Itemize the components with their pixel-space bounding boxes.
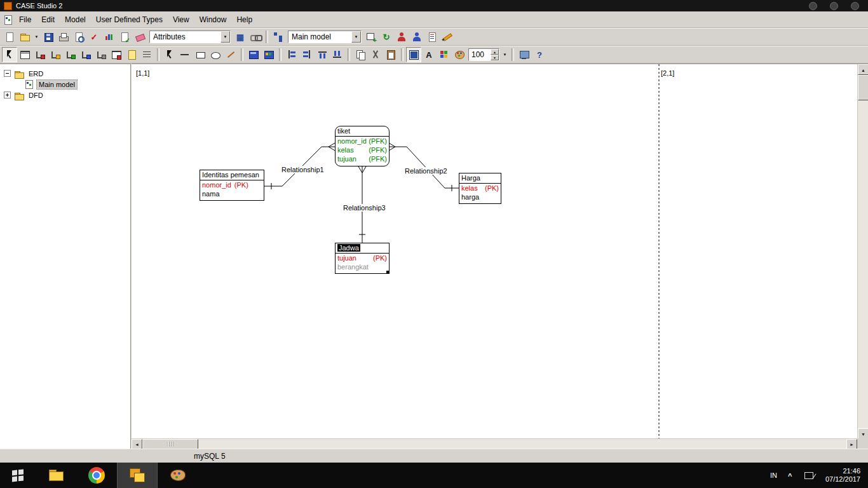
- menu-edit[interactable]: Edit: [36, 13, 60, 26]
- generate-script-button[interactable]: [117, 29, 132, 44]
- paste-button[interactable]: [383, 47, 398, 62]
- add-submodel-button[interactable]: [363, 29, 379, 44]
- recursive-relationship-tool-button[interactable]: [93, 47, 109, 62]
- maximize-button[interactable]: [830, 2, 838, 10]
- eraser-button[interactable]: [132, 29, 147, 44]
- scroll-right-button[interactable]: [846, 439, 857, 449]
- hidden-icons-chevron[interactable]: [787, 471, 794, 480]
- display-format-button[interactable]: [261, 47, 276, 62]
- cut-button[interactable]: [368, 47, 383, 62]
- tablet-display-icon[interactable]: [804, 470, 815, 481]
- scroll-down-button[interactable]: [858, 428, 868, 439]
- close-button[interactable]: [851, 2, 859, 10]
- entity-tiket[interactable]: tiketnomor_id(PFK)kelas(PFK)tujuan(PFK): [335, 126, 390, 166]
- taskbar-chrome[interactable]: [76, 463, 117, 488]
- display-mode-button[interactable]: [246, 47, 261, 62]
- tree-item-erd[interactable]: ERD: [0, 68, 130, 79]
- menu-model[interactable]: Model: [60, 13, 91, 26]
- menu-help[interactable]: Help: [231, 13, 257, 26]
- label-tool-button[interactable]: [124, 47, 139, 62]
- reports-button[interactable]: [424, 29, 440, 44]
- menu-file[interactable]: File: [14, 13, 36, 26]
- pen-tool-button[interactable]: [223, 47, 238, 62]
- tree-expander-minus[interactable]: [4, 70, 11, 77]
- font-button[interactable]: [421, 47, 437, 62]
- horizontal-scrollbar[interactable]: [132, 438, 857, 449]
- line-tool-button[interactable]: [177, 47, 193, 62]
- minimize-button[interactable]: [809, 2, 817, 10]
- model-overview-button[interactable]: [271, 29, 286, 44]
- taskbar-clock[interactable]: 21:46 07/12/2017: [825, 467, 860, 484]
- vertical-scrollbar[interactable]: [857, 64, 868, 439]
- tree-item-dfd[interactable]: DFD: [0, 90, 130, 100]
- model-statistics-button[interactable]: [102, 29, 117, 44]
- attributes-combo[interactable]: Attributes: [149, 30, 231, 43]
- entity-harga[interactable]: Hargakelas(PK)harga: [459, 173, 501, 204]
- zoom-control-increase[interactable]: [491, 49, 499, 55]
- ellipse-tool-button[interactable]: [208, 47, 223, 62]
- relationship-label[interactable]: Relationship2: [404, 167, 448, 175]
- align-left-button[interactable]: [284, 47, 299, 62]
- informative-relationship-tool-button[interactable]: [78, 47, 93, 62]
- color-settings-button[interactable]: [437, 47, 452, 62]
- align-right-button[interactable]: [299, 47, 315, 62]
- refresh-model-button[interactable]: [379, 29, 394, 44]
- entity-title-row: Harga: [459, 173, 501, 184]
- pointer-tool-button[interactable]: [162, 47, 177, 62]
- menu-view[interactable]: View: [168, 13, 194, 26]
- category-tool-button[interactable]: [109, 47, 124, 62]
- new-model-button[interactable]: [2, 29, 17, 44]
- relationship-tool-button[interactable]: [32, 47, 48, 62]
- format-mode-button[interactable]: [406, 47, 421, 62]
- save-model-button[interactable]: [41, 29, 56, 44]
- user-manager-button[interactable]: [394, 29, 409, 44]
- identifying-relationship-tool-button[interactable]: [63, 47, 78, 62]
- copy-button[interactable]: [353, 47, 368, 62]
- taskbar-file-explorer[interactable]: [36, 463, 76, 488]
- tree-item-main-model[interactable]: Main model: [0, 79, 130, 90]
- edit-script-button[interactable]: [440, 29, 455, 44]
- menu-user-defined-types[interactable]: User Defined Types: [91, 13, 168, 26]
- align-bottom-button[interactable]: [330, 47, 345, 62]
- presentation-button[interactable]: [517, 47, 532, 62]
- select-tool-button[interactable]: [2, 47, 17, 62]
- language-indicator[interactable]: IN: [770, 471, 777, 479]
- entity-jadwa[interactable]: Jadwatujuan(PK)berangkat: [335, 243, 390, 274]
- user-permissions-button[interactable]: [409, 29, 424, 44]
- start-button[interactable]: [0, 463, 36, 488]
- tree-expander-plus[interactable]: [4, 92, 11, 98]
- taskbar-paint-app[interactable]: [158, 463, 198, 488]
- print-button[interactable]: [56, 29, 71, 44]
- relationship-label[interactable]: Relationship1: [281, 166, 325, 173]
- palette-button[interactable]: [452, 47, 467, 62]
- zoom-control-decrease[interactable]: [491, 55, 499, 60]
- attributes-combo-dropdown-icon[interactable]: [220, 31, 230, 43]
- model-combo[interactable]: Main model: [288, 30, 362, 43]
- verify-model-button[interactable]: [86, 29, 102, 44]
- horizontal-scroll-thumb[interactable]: [142, 439, 198, 449]
- scroll-left-button[interactable]: [132, 439, 142, 449]
- line-style-tool-button[interactable]: [139, 47, 154, 62]
- open-model-button[interactable]: [17, 29, 32, 44]
- non-identifying-relationship-tool-button[interactable]: [48, 47, 63, 62]
- help-button[interactable]: [532, 47, 547, 62]
- relationship-label[interactable]: Relationship3: [342, 204, 386, 212]
- taskbar-case-studio[interactable]: [117, 463, 158, 488]
- informative-relationship-tool-icon: [80, 49, 92, 60]
- entity-tool-button[interactable]: [17, 47, 32, 62]
- open-model-dropdown-button[interactable]: [32, 29, 41, 44]
- print-preview-button[interactable]: [71, 29, 86, 44]
- vertical-scroll-thumb[interactable]: [858, 75, 868, 100]
- zoom-control[interactable]: 100: [468, 48, 499, 61]
- align-top-button[interactable]: [315, 47, 330, 62]
- relation-list-button[interactable]: [248, 29, 263, 44]
- entity-identitas-pemesan[interactable]: Identitas pemesannomor_id(PK)nama: [200, 170, 264, 201]
- rectangle-tool-button[interactable]: [193, 47, 208, 62]
- menu-window[interactable]: Window: [194, 13, 232, 26]
- attribute-list-button[interactable]: [233, 29, 248, 44]
- diagram-canvas[interactable]: [1,1][2,1]tiketnomor_id(PFK)kelas(PFK)tu…: [132, 64, 857, 439]
- model-combo-dropdown-icon[interactable]: [351, 31, 361, 43]
- zoom-dropdown-button[interactable]: [501, 47, 509, 62]
- selection-handle[interactable]: [386, 271, 390, 274]
- scroll-up-button[interactable]: [858, 64, 868, 75]
